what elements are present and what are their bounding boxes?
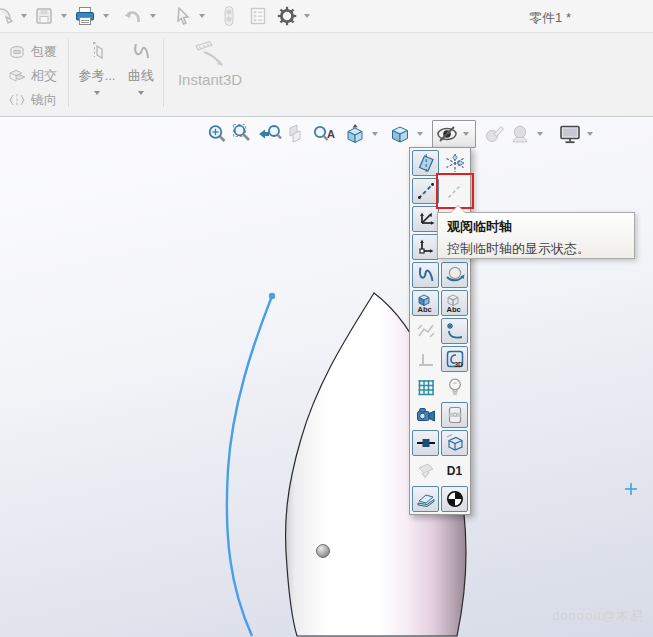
view-curves-icon [415, 264, 437, 286]
view-axis-icon [415, 180, 437, 202]
view-sketches-button[interactable] [441, 318, 468, 344]
highlight-rectangle [436, 173, 474, 209]
view-grid-button[interactable] [412, 374, 439, 400]
display-style-button[interactable] [387, 121, 413, 147]
view-center-of-mass-button[interactable] [441, 486, 468, 512]
view-coordinate-systems-button[interactable] [412, 206, 439, 232]
curves-button[interactable]: 曲线 [120, 39, 162, 111]
view-sketch-dimensions-button[interactable] [412, 318, 439, 344]
view-decals-icon [415, 460, 437, 482]
wrap-label: 包覆 [31, 43, 57, 61]
hide-show-items-button[interactable] [432, 120, 476, 148]
view-orientation-caret[interactable] [372, 132, 378, 136]
view-sketches-icon [444, 320, 466, 342]
view-curves-button[interactable] [412, 262, 439, 288]
open-caret[interactable] [21, 14, 27, 18]
view-grid-icon [415, 376, 437, 398]
view-annotations-solid-button[interactable]: Abc [412, 290, 439, 316]
apply-scene-button[interactable] [507, 121, 533, 147]
heads-up-view-toolbar: A [204, 120, 597, 148]
view-annotations-wireframe-icon: Abc [444, 292, 466, 314]
instant3d-button[interactable]: Instant3D [168, 41, 252, 88]
view-planes-button[interactable] [412, 150, 439, 176]
view-3d-sketch-planes-button[interactable]: 3D [441, 346, 468, 372]
view-dimension-box-button[interactable] [441, 430, 468, 456]
section-view-button[interactable] [284, 121, 310, 147]
view-center-of-mass-icon [444, 488, 466, 510]
zoom-to-area-icon [231, 122, 255, 146]
curves-label: 曲线 [128, 67, 154, 85]
view-sketch-relations-icon [415, 348, 437, 370]
ribbon-separator [68, 39, 69, 107]
document-title: 零件1 * [470, 9, 630, 27]
mirror-label: 镜向 [31, 91, 57, 109]
origin-point-marker[interactable] [317, 545, 330, 558]
reference-geometry-caret[interactable] [94, 91, 100, 95]
undo-button[interactable] [119, 2, 145, 30]
tooltip-title: 观阅临时轴 [447, 218, 625, 236]
svg-text:Abc: Abc [446, 305, 460, 314]
top-toolbar: 零件1 * [0, 0, 653, 33]
reference-geometry-button[interactable]: 参考... [74, 39, 120, 111]
previous-view-icon [257, 122, 283, 146]
watermark: dooooit@木易 [552, 607, 644, 625]
view-settings-button[interactable] [557, 121, 583, 147]
options-caret[interactable] [304, 14, 310, 18]
save-caret[interactable] [61, 14, 67, 18]
hide-all-types-button[interactable] [412, 486, 439, 512]
view-center-of-mass-axis-icon [415, 432, 437, 454]
file-properties-icon [248, 6, 268, 26]
view-center-of-mass-axis-button[interactable] [412, 430, 439, 456]
zoom-to-fit-button[interactable] [204, 121, 230, 147]
plus-marker [625, 483, 637, 495]
apply-scene-caret[interactable] [537, 132, 543, 136]
view-lights-button[interactable] [441, 374, 468, 400]
dimension-name-label: D1 [447, 464, 462, 478]
view-decals-button[interactable] [412, 458, 439, 484]
mirror-button[interactable]: 镜向 [8, 88, 57, 112]
intersect-button[interactable]: 相交 [8, 64, 57, 88]
dimension-name-item[interactable]: D1 [441, 458, 468, 484]
mirror-icon [8, 92, 26, 109]
select-caret[interactable] [199, 14, 205, 18]
svg-text:Abc: Abc [417, 305, 431, 314]
zoom-to-area-button[interactable] [230, 121, 256, 147]
print-caret[interactable] [103, 14, 109, 18]
rebuild-icon [221, 5, 237, 27]
save-button[interactable] [32, 2, 56, 30]
view-orientation-button[interactable] [342, 121, 368, 147]
print-button[interactable] [72, 2, 98, 30]
display-style-caret[interactable] [417, 132, 423, 136]
graphics-viewport[interactable]: A [0, 117, 653, 637]
previous-view-button[interactable] [256, 121, 284, 147]
view-cameras-button[interactable] [412, 402, 439, 428]
view-cameras-icon [415, 404, 437, 426]
select-button[interactable] [172, 2, 194, 30]
view-parting-lines-icon [444, 264, 466, 286]
view-annotations-wireframe-button[interactable]: Abc [441, 290, 468, 316]
undo-caret[interactable] [150, 14, 156, 18]
view-sketch-relations-button[interactable] [412, 346, 439, 372]
svg-text:A: A [327, 128, 335, 140]
file-properties-button[interactable] [246, 2, 270, 30]
open-button[interactable] [0, 2, 16, 30]
curves-icon [129, 39, 153, 65]
apply-scene-icon [508, 122, 532, 146]
wrap-button[interactable]: 包覆 [8, 40, 57, 64]
view-sensors-button[interactable] [441, 402, 468, 428]
edit-appearance-button[interactable] [481, 121, 507, 147]
instant3d-icon [192, 41, 228, 69]
curves-caret[interactable] [138, 91, 144, 95]
view-settings-caret[interactable] [587, 132, 593, 136]
sketch-curve[interactable] [227, 296, 272, 636]
options-gear-button[interactable] [275, 2, 299, 30]
solidworks-window: 零件1 * 包覆 相交 镜向 参考... 曲线 [0, 0, 653, 637]
tooltip-description: 控制临时轴的显示状态。 [447, 240, 625, 258]
view-origins-button[interactable] [412, 234, 439, 260]
view-parting-lines-button[interactable] [441, 262, 468, 288]
view-axis-button[interactable] [412, 178, 439, 204]
sketch-curve-endpoint[interactable] [269, 293, 275, 299]
hide-show-items-caret[interactable] [463, 132, 469, 136]
annotation-view-button[interactable]: A [310, 121, 337, 147]
rebuild-button[interactable] [219, 2, 239, 30]
